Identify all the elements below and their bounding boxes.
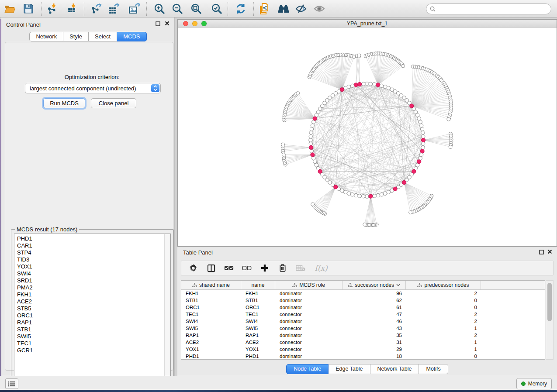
refresh-layout-button[interactable]	[233, 2, 248, 16]
zoom-out-button[interactable]	[170, 2, 185, 16]
mcds-result-item[interactable]: YOX1	[17, 263, 170, 270]
columns-icon	[207, 264, 215, 272]
table-row-ace2[interactable]: ACE2ACE2connector311	[181, 339, 545, 346]
mcds-node	[318, 169, 322, 173]
graph-node	[416, 113, 419, 117]
close-icon[interactable]	[165, 21, 170, 26]
export-image-button[interactable]	[127, 2, 142, 16]
create-column-button[interactable]	[259, 263, 270, 273]
table-row-phd1[interactable]: PHD1PHD1dominator180	[181, 353, 545, 360]
mcds-node	[309, 145, 313, 149]
mcds-result-list[interactable]: PHD1CAR1STP4TID3YOX1SWI4SRD1PMA2FKH1ACE2…	[14, 234, 171, 389]
tab-edge-table[interactable]: Edge Table	[329, 364, 370, 374]
select-all-columns-button[interactable]	[224, 263, 234, 273]
tab-network[interactable]: Network	[29, 32, 63, 41]
clone-network-button[interactable]	[257, 2, 272, 16]
cell-predecessor-nodes: 0	[406, 354, 481, 359]
mcds-result-item[interactable]: ACE2	[17, 298, 170, 305]
graph-node	[369, 82, 372, 86]
mcds-result-item[interactable]: CAR1	[17, 242, 170, 249]
node-table-body: FKH1FKH1dominator962STB1STB1dominator620…	[181, 290, 545, 360]
table-scrollbar-thumb[interactable]	[547, 283, 552, 321]
tab-motifs[interactable]: Motifs	[419, 364, 448, 374]
mcds-result-item[interactable]: STB1	[17, 326, 170, 333]
cell-predecessor-nodes: 2	[406, 319, 481, 324]
optimization-criterion-label: Optimization criterion:	[5, 74, 179, 80]
zoom-selected-button[interactable]	[209, 2, 224, 16]
table-row-rap1[interactable]: RAP1RAP1dominator352	[181, 332, 545, 339]
table-scrollbar[interactable]	[546, 280, 554, 360]
search-binoculars-button[interactable]	[276, 2, 291, 16]
zoom-in-button[interactable]	[152, 2, 167, 16]
float-icon[interactable]	[156, 21, 160, 26]
mcds-result-item[interactable]: ORC1	[17, 312, 170, 319]
zoom-fit-button[interactable]	[189, 2, 204, 16]
close-icon[interactable]	[547, 249, 552, 254]
mcds-result-item[interactable]: STP4	[17, 249, 170, 256]
mcds-result-item[interactable]: SRD1	[17, 277, 170, 284]
open-file-button[interactable]	[2, 2, 17, 16]
show-all-button[interactable]	[312, 2, 327, 16]
table-toolbar: f(x)	[181, 261, 554, 275]
column-header-mcds-role[interactable]: MCDS role	[275, 281, 343, 289]
hide-selection-button[interactable]	[294, 2, 308, 16]
tab-network-table[interactable]: Network Table	[370, 364, 419, 374]
tab-select[interactable]: Select	[89, 32, 117, 41]
result-list-scrollbar[interactable]	[164, 234, 170, 388]
show-columns-button[interactable]	[206, 263, 216, 273]
mcds-result-item[interactable]: STB5	[17, 305, 170, 312]
table-settings-button[interactable]	[188, 263, 198, 273]
mcds-result-item[interactable]: PHD1	[17, 235, 170, 242]
mcds-result-item[interactable]: SWI4	[17, 270, 170, 277]
tab-node-table[interactable]: Node Table	[286, 364, 329, 374]
search-input[interactable]	[438, 6, 547, 13]
import-network-button[interactable]	[45, 2, 60, 16]
delete-table-button[interactable]	[295, 263, 306, 273]
table-row-fkh1[interactable]: FKH1FKH1dominator962	[181, 290, 545, 297]
task-history-button[interactable]	[5, 378, 18, 389]
column-header-shared-name[interactable]: shared name	[181, 281, 241, 289]
table-row-tec1[interactable]: TEC1TEC1connector472	[181, 311, 545, 318]
column-header-name[interactable]: name	[241, 281, 275, 289]
mcds-node	[311, 153, 315, 157]
zoom-fit-icon	[190, 3, 202, 14]
memory-button[interactable]: Memory	[516, 378, 552, 389]
mcds-result-item[interactable]: SWI5	[17, 333, 170, 340]
optimization-criterion-select[interactable]: largest connected component (undirected)	[25, 83, 161, 93]
table-row-swi5[interactable]: SWI5SWI5connector431	[181, 325, 545, 332]
function-builder-button[interactable]: f(x)	[313, 263, 329, 273]
export-network-button[interactable]	[89, 2, 104, 16]
tab-mcds[interactable]: MCDS	[117, 32, 146, 41]
mcds-node	[358, 83, 362, 86]
close-panel-button[interactable]: Close panel	[91, 98, 136, 108]
import-table-button[interactable]	[65, 2, 80, 16]
delete-column-button[interactable]	[277, 263, 288, 273]
network-graph-canvas[interactable]	[178, 28, 557, 246]
mcds-result-item[interactable]: FKH1	[17, 291, 170, 298]
run-mcds-button[interactable]: Run MCDS	[43, 98, 85, 108]
mcds-result-item[interactable]: TEC1	[17, 340, 170, 347]
table-row-orc1[interactable]: ORC1ORC1dominator610	[181, 304, 545, 311]
deselect-all-columns-button[interactable]	[242, 263, 252, 273]
mcds-result-item[interactable]: GCR1	[17, 347, 170, 354]
network-window-titlebar[interactable]: YPA_prune.txt_1	[178, 20, 557, 28]
table-row-stb1[interactable]: STB1STB1dominator620	[181, 297, 545, 304]
mcds-node	[410, 104, 414, 108]
tree-icon	[192, 283, 197, 287]
tab-style[interactable]: Style	[63, 32, 89, 41]
zoom-in-icon	[154, 3, 165, 14]
float-icon[interactable]	[539, 250, 544, 254]
save-session-button[interactable]	[21, 2, 36, 16]
mcds-result-item[interactable]: PMA2	[17, 284, 170, 291]
column-header-successor-nodes[interactable]: successor nodes	[343, 281, 406, 289]
table-row-swi4[interactable]: SWI4SWI4dominator462	[181, 318, 545, 325]
table-row-yox1[interactable]: YOX1YOX1connector291	[181, 346, 545, 353]
mcds-result-item[interactable]: RAP1	[17, 319, 170, 326]
cell-shared-name: ACE2	[181, 340, 241, 345]
column-header-predecessor-nodes[interactable]: predecessor nodes	[406, 281, 481, 289]
graph-node	[361, 195, 365, 198]
graph-node	[315, 163, 318, 167]
mcds-result-item[interactable]: TID3	[17, 256, 170, 263]
export-table-button[interactable]	[107, 2, 121, 16]
graph-node	[309, 134, 312, 138]
